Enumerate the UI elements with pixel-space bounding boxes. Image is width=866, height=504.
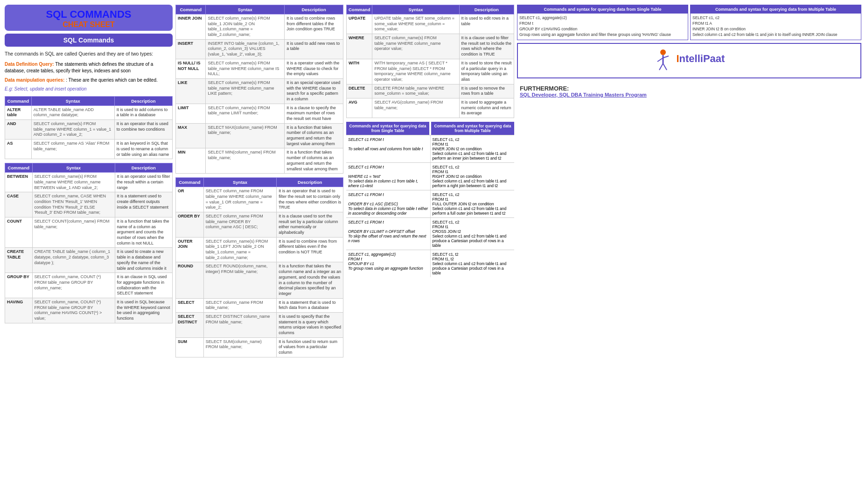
table-row: AND SELECT column_name(s) FROM table_nam… — [5, 120, 173, 140]
svg-line-4 — [659, 63, 663, 70]
query-row: SELECT c1 FROM t ORDER BY c1 ASC (DESC) … — [346, 190, 514, 217]
syn-cell: SELECT column_name(s) FROM table_name WH… — [31, 120, 114, 140]
lt1-col-desc: Description — [114, 96, 172, 105]
cmd-cell: ORDER BY — [176, 212, 204, 237]
title-main: SQL COMMANDS — [7, 8, 171, 21]
cmd-cell: DELETE — [347, 84, 372, 98]
syn-cell: SELECT column_name, COUNT (*) FROM table… — [32, 298, 115, 323]
table-row: OUTER JOIN SELECT column_name(s) FROM ta… — [176, 237, 343, 262]
cmd-cell: COUNT — [5, 217, 33, 248]
table-row: HAVING SELECT column_name, COUNT (*) FRO… — [5, 298, 173, 323]
cmd-cell: AVG — [347, 98, 372, 118]
multi-cell: SELECT c1, c2 FROM t1 RIGHT JOIN t2 on c… — [431, 163, 515, 190]
cmd-cell: CASE — [5, 192, 33, 217]
left-table2: Command Syntax Description BETWEEN SELEC… — [5, 163, 173, 323]
table-row: INSERT INSERT INTO table_name (column_1,… — [176, 39, 343, 59]
left-table1: Command Syntax Description ALTER table A… — [5, 96, 173, 160]
single-cell: SELECT c1 FROM t WHERE c1 = 'test' To se… — [346, 163, 431, 190]
single-cell: SELECT c1, aggregate(c2) FROM t GROUP BY… — [346, 250, 431, 277]
cmd-cell: OUTER JOIN — [176, 237, 204, 262]
right-multi-table: Commands and syntax for querying data fr… — [690, 5, 861, 40]
table-row: AS SELECT column_name AS 'Alias' FROM ta… — [5, 140, 173, 159]
title-box: SQL COMMANDS CHEAT SHEET — [5, 5, 173, 31]
desc-cell: It is an special operator used with the … — [285, 78, 343, 104]
desc-cell: It is used to add columns to a table in … — [114, 105, 172, 119]
desc-cell: It is a function that takes number of co… — [285, 148, 343, 174]
desc-cell: It is used to add new rows to a table — [285, 39, 343, 59]
cmd-cell: LIKE — [176, 78, 206, 104]
syn-cell: SELECT column_name, COUNT (*) FROM table… — [32, 273, 115, 298]
syn-cell: SELECT column_name(s) FROM table_name WH… — [206, 78, 285, 104]
m1t2-col-desc: Description — [277, 178, 343, 187]
cmd-cell: SELECT — [176, 298, 204, 312]
intro-text: The commands in SQL are called Queries a… — [5, 50, 173, 57]
main-container: SQL COMMANDS CHEAT SHEET SQL Commands Th… — [0, 0, 866, 366]
middle-panel2: Command Syntax Description UPDATE UPDATE… — [346, 5, 514, 361]
desc-cell: It is a clause used to filter the result… — [459, 34, 514, 59]
table-row: CREATE TABLE CREATE TABLE table_name ( c… — [5, 248, 173, 273]
title-sub: CHEAT SHEET — [7, 21, 171, 29]
cmd-cell: GROUP BY — [5, 273, 33, 298]
mid1-table1: Command Syntax Description INNER JOIN SE… — [175, 5, 343, 174]
syn-cell: SELECT SUM(column_name) FROM table_name; — [203, 337, 277, 357]
cmd-cell: MAX — [176, 123, 206, 148]
syn-cell: SELECT column_name AS 'Alias' FROM table… — [31, 140, 114, 159]
furthermore-link[interactable]: SQL Developer, SQL DBA Training Masters … — [520, 92, 859, 98]
table-row: SELECT DISTINCT SELECT DISTINCT column_n… — [176, 312, 343, 337]
multi-cell: SELECT c1, c2 FROM t1 INNER JOIN t2 on c… — [431, 135, 515, 162]
syn-cell: INSERT INTO table_name (column_1, column… — [206, 39, 285, 59]
syn-cell: SELECT MIN(column_name) FROM table_name; — [206, 148, 285, 174]
lt2-col-desc: Description — [115, 163, 172, 173]
query-row: SELECT c1 FROM t WHERE c1 = 'test' To se… — [346, 162, 514, 190]
left-panel: SQL COMMANDS CHEAT SHEET SQL Commands Th… — [5, 5, 173, 361]
query-row: SELECT c1, aggregate(c2) FROM t GROUP BY… — [346, 250, 514, 277]
desc-cell: It is used to specify that the statement… — [277, 312, 343, 337]
desc-cell: It is a function that takes number of co… — [285, 123, 343, 148]
m1t2-col-command: Command — [176, 178, 204, 187]
m1t1-col-command: Command — [176, 5, 206, 14]
desc-cell: It is a function that takes the name of … — [115, 217, 172, 248]
lt1-col-command: Command — [5, 96, 32, 105]
right-multi-body: SELECT c1, c2 FROM t1 A INNER JOIN t2 B … — [691, 14, 861, 40]
right-single-body: SELECT c1, aggregate(c2) FROM t GROUP BY… — [517, 14, 688, 40]
syn-cell: CREATE TABLE table_name ( column_1 datat… — [32, 248, 115, 273]
cmd-cell: HAVING — [5, 298, 33, 323]
table-row: LIKE SELECT column_name(s) FROM table_na… — [176, 78, 343, 104]
table-row: CASE SELECT column_name, CASE WHEN condi… — [5, 192, 173, 217]
desc-cell: It is used to store the result of a part… — [459, 59, 514, 84]
desc-cell: It is a statement that is used to fetch … — [277, 298, 343, 312]
table-row: OR SELECT column_name FROM table_name WH… — [176, 187, 343, 212]
single-cell: SELECT c1 FROM t ORDER BY c1 ASC (DESC) … — [346, 190, 431, 217]
svg-point-0 — [660, 49, 666, 55]
cmd-cell: ALTER table — [5, 105, 32, 119]
m1t1-col-desc: Description — [285, 5, 343, 14]
lt1-col-syntax: Syntax — [31, 96, 114, 105]
table-row: IS NULL/ IS NOT NULL SELECT column_name(… — [176, 59, 343, 78]
single-cell: SELECT c1 FROM t To select all rows and … — [346, 135, 431, 162]
cmd-cell: AND — [5, 120, 32, 140]
syn-cell: SELECT MAX(column_name) FROM table_name; — [206, 123, 285, 148]
desc-cell: It is used to remove the rows from a tab… — [459, 84, 514, 98]
multi-cell: SELECT c1, t2 FROM t1, t2 Select column … — [431, 250, 515, 277]
cmd-cell: CREATE TABLE — [5, 248, 33, 273]
table-row: ALTER table ALTER TABLE table_name ADD c… — [5, 105, 173, 119]
right-panel: Commands and syntax for querying data fr… — [517, 5, 861, 361]
syn-cell: SELECT column_name(s) FROM table_name WH… — [372, 34, 459, 59]
svg-line-2 — [657, 58, 663, 62]
table-row: BETWEEN SELECT column_name(s) FROM table… — [5, 173, 173, 192]
m2t1-col-command: Command — [347, 5, 372, 14]
table-row: COUNT SELECT COUNT(column_name) FROM tab… — [5, 217, 173, 248]
badge-label: SQL Commands — [63, 36, 114, 44]
desc-cell: It is used to create a new table in a da… — [115, 248, 172, 273]
desc-cell: It is a clause to specify the maximum nu… — [285, 104, 343, 123]
syn-cell: SELECT column_name(s) FROM table_1 JOIN … — [206, 14, 285, 40]
single-cell: SELECT c1 FROM t ORDER BY c1LIMIT n OFFS… — [346, 218, 431, 250]
syn-cell: SELECT column_name(s) FROM table_name LI… — [206, 104, 285, 123]
bullet2: Data manipulation queries: : These are t… — [5, 77, 173, 84]
logo-text: IntelliPaat — [676, 52, 725, 64]
syn-cell: SELECT column_name, CASE WHEN condition … — [32, 192, 115, 217]
bullet1: Data Definition Query: The statements wh… — [5, 61, 173, 74]
m2t1-col-syntax: Syntax — [372, 5, 459, 14]
desc-cell: It is used to combine rows from differen… — [285, 14, 343, 40]
table-row: AVG SELECT AVG(column_name) FROM table_n… — [347, 98, 514, 118]
